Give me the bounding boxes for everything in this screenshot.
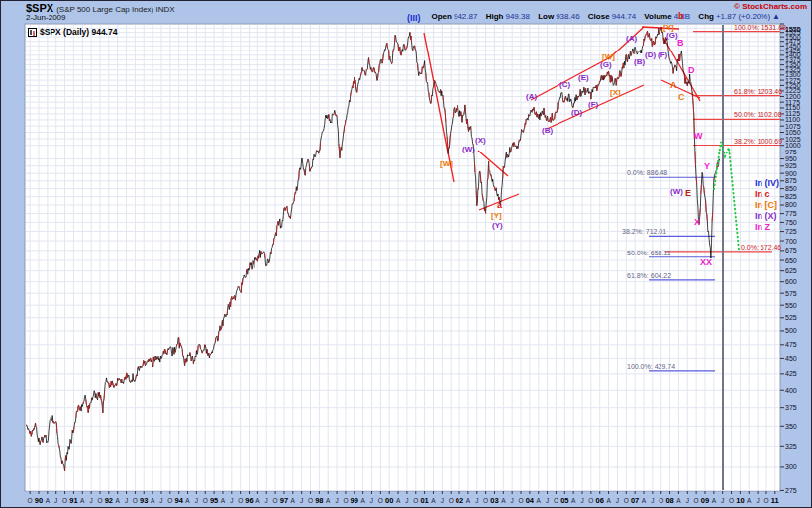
y-axis-label: 300 bbox=[785, 463, 797, 470]
y-axis-label: 950 bbox=[785, 155, 797, 162]
wave-label: (W) bbox=[462, 145, 475, 153]
x-axis-month-label: A bbox=[151, 497, 155, 504]
x-axis-month-label: A bbox=[431, 497, 436, 504]
wave-label: (A) bbox=[626, 34, 637, 43]
chart-type-icon[interactable] bbox=[28, 28, 37, 37]
x-axis-month-label: O bbox=[97, 497, 102, 504]
wave-label: (III) bbox=[407, 13, 421, 23]
x-axis-month-label: J bbox=[721, 497, 724, 504]
wave-label: (B) bbox=[634, 57, 645, 66]
x-axis-month-label: O bbox=[378, 497, 383, 504]
wave-label: C bbox=[678, 92, 685, 102]
x-axis-month-label: J bbox=[686, 497, 689, 504]
wave-count-legend-item: In [C] bbox=[755, 200, 777, 210]
y-axis-label: 875 bbox=[785, 177, 797, 184]
y-axis-label: 325 bbox=[785, 443, 797, 450]
fib-2007-high-to-2009-low-label: 100.0%: 1531.68 bbox=[734, 24, 786, 31]
x-axis-month-label: O bbox=[203, 497, 208, 504]
y-axis-label: 750 bbox=[785, 219, 797, 226]
wave-label: (C) bbox=[559, 80, 570, 89]
y-axis-label: 775 bbox=[785, 210, 797, 217]
y-axis-label: 1100 bbox=[785, 116, 800, 123]
x-axis-month-label: O bbox=[273, 497, 278, 504]
wave-label: E bbox=[685, 188, 691, 198]
x-axis-month-label: O bbox=[133, 497, 138, 504]
y-axis-label: 375 bbox=[785, 404, 797, 411]
x-axis-year-label: 02 bbox=[456, 496, 463, 505]
wave-label: Y bbox=[704, 161, 710, 171]
wave-label: (F) bbox=[658, 51, 668, 59]
x-axis-month-label: J bbox=[580, 497, 583, 504]
x-axis-year-label: 95 bbox=[210, 496, 218, 505]
x-axis-month-label: A bbox=[255, 497, 260, 504]
x-axis-year-label: 00 bbox=[385, 496, 393, 505]
x-axis-month-label: O bbox=[308, 497, 313, 504]
fib-2007-high-to-2009-low-label: 0.0%: 672.46 bbox=[741, 244, 781, 251]
fib-2007-high-to-2009-low-label: 61.8%: 1203.46 bbox=[734, 88, 782, 95]
y-axis-label: 675 bbox=[785, 247, 797, 254]
x-axis-year-label: 90 bbox=[35, 496, 43, 505]
wave-label: X bbox=[694, 217, 700, 227]
fib-2007-high-to-2009-low-label: 38.2%: 1000.69 bbox=[734, 138, 782, 145]
fib-projection-down-label: 0.0%: 886.48 bbox=[627, 169, 667, 176]
wave-label: (D) bbox=[571, 108, 582, 117]
x-axis-month-label: O bbox=[238, 497, 243, 504]
wave-label: [W] bbox=[440, 159, 453, 168]
x-axis-month-label: O bbox=[588, 497, 593, 504]
x-axis-month-label: A bbox=[185, 497, 190, 504]
wave-count-legend-item: In (X) bbox=[755, 211, 777, 221]
fib-projection-down-label: 38.2%: 712.01 bbox=[622, 228, 666, 235]
x-axis-month-label: O bbox=[694, 497, 699, 504]
x-axis-month-label: A bbox=[537, 497, 542, 504]
wave-label: [W] bbox=[602, 52, 615, 61]
wave-label: [Y] bbox=[663, 23, 674, 32]
x-axis-month-label: A bbox=[606, 497, 611, 504]
x-axis-month-label: J bbox=[616, 497, 619, 504]
x-axis-year-label: 01 bbox=[420, 496, 428, 505]
x-axis-month-label: J bbox=[475, 497, 478, 504]
wave-label: (G) bbox=[600, 60, 612, 69]
x-axis-month-label: J bbox=[511, 497, 514, 504]
x-axis-year-label: 08 bbox=[665, 496, 673, 505]
x-axis-month-label: A bbox=[221, 497, 226, 504]
wave-label: [X] bbox=[610, 88, 621, 97]
wave-label: XX bbox=[700, 257, 712, 267]
y-axis-label: 450 bbox=[785, 356, 797, 362]
x-axis-year-label: 10 bbox=[736, 496, 744, 505]
x-axis-year-label: 94 bbox=[175, 496, 184, 505]
y-axis-label: 1000 bbox=[785, 142, 801, 149]
y-axis-label: 800 bbox=[785, 201, 797, 208]
x-axis-month-label: J bbox=[546, 497, 549, 504]
price-chart-canvas: 2753003253503754004254504755005255505756… bbox=[0, 0, 812, 508]
y-axis-label: 825 bbox=[785, 193, 797, 200]
x-axis-month-label: A bbox=[46, 497, 51, 504]
x-axis-month-label: J bbox=[441, 497, 444, 504]
x-axis-month-label: J bbox=[335, 497, 338, 504]
wave-count-legend-item: In (IV) bbox=[755, 178, 779, 188]
x-axis-month-label: O bbox=[62, 497, 67, 504]
y-axis-label: 275 bbox=[785, 487, 797, 494]
x-axis-month-label: O bbox=[518, 497, 523, 504]
x-axis-year-label: 04 bbox=[526, 496, 535, 505]
x-axis-month-label: J bbox=[125, 497, 128, 504]
fib-2007-high-to-2009-low-label: 50.0%: 1102.08 bbox=[734, 111, 782, 118]
x-axis-month-label: O bbox=[343, 497, 348, 504]
fib-projection-down-label: 61.8%: 604.22 bbox=[627, 272, 671, 279]
wave-count-legend-item: In Z bbox=[755, 222, 770, 232]
x-axis-year-label: 06 bbox=[596, 496, 604, 505]
stockcharts-window: $SPX(S&P 500 Large Cap Index) INDX © Sto… bbox=[0, 0, 812, 508]
x-axis-month-label: J bbox=[756, 497, 759, 504]
x-axis-month-label: O bbox=[554, 497, 558, 504]
y-axis-label: 525 bbox=[785, 314, 797, 321]
x-axis-month-label: J bbox=[90, 497, 93, 504]
wave-label: (Y) bbox=[492, 221, 503, 230]
wave-label: [Y] bbox=[491, 211, 502, 220]
y-axis-label: 625 bbox=[785, 267, 797, 274]
x-axis-month-label: A bbox=[642, 497, 647, 504]
x-axis-month-label: J bbox=[195, 497, 198, 504]
x-axis-month-label: A bbox=[80, 497, 85, 504]
wave-label: (E) bbox=[578, 73, 589, 82]
x-axis-month-label: J bbox=[54, 497, 57, 504]
x-axis-month-label: J bbox=[159, 497, 162, 504]
wave-label: (A) bbox=[526, 92, 537, 101]
